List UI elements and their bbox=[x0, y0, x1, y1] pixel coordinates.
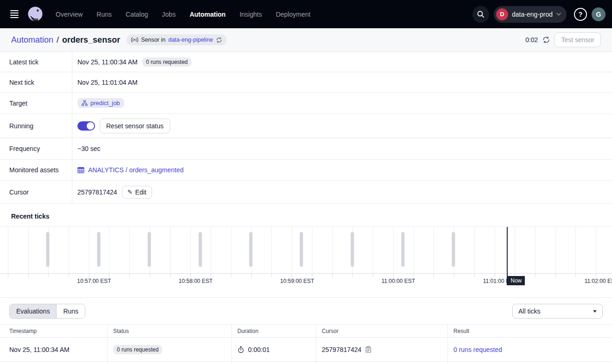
detail-row-latest-tick: Latest tick Nov 25, 11:00:34 AM 0 runs r… bbox=[0, 52, 612, 72]
job-icon bbox=[82, 100, 88, 106]
sensor-tick-bar[interactable] bbox=[46, 232, 50, 267]
col-header-timestamp: Timestamp bbox=[0, 325, 108, 337]
timeline-gridline bbox=[129, 227, 130, 273]
cursor-value: 25797817424 bbox=[77, 188, 117, 196]
sensor-badge-prefix: Sensor in bbox=[141, 37, 166, 43]
pencil-icon: ✎ bbox=[128, 188, 133, 195]
code-location-link[interactable]: data-eng-pipeline bbox=[168, 37, 213, 43]
timeline-gridline bbox=[8, 227, 8, 273]
tab-evaluations[interactable]: Evaluations bbox=[10, 304, 57, 318]
timeline-gridline bbox=[535, 227, 536, 273]
edit-cursor-button[interactable]: ✎ Edit bbox=[122, 186, 152, 199]
recent-ticks-timeline[interactable]: 10:57:00 EST10:58:00 EST10:59:00 EST11:0… bbox=[0, 226, 612, 287]
detail-row-target: Target predict_job bbox=[0, 93, 612, 114]
timeline-axis-label: 10:58:00 EST bbox=[178, 278, 212, 284]
help-button[interactable]: ? bbox=[574, 8, 587, 21]
reload-location-icon[interactable] bbox=[216, 37, 222, 43]
timeline-axis-label: 11:00:00 EST bbox=[382, 278, 415, 284]
timeline-axis-tick bbox=[596, 274, 596, 277]
timeline-axis-tick bbox=[434, 274, 434, 277]
breadcrumb: Automation / orders_sensor bbox=[11, 35, 120, 45]
timeline-gridline bbox=[292, 227, 292, 273]
nav-item-overview[interactable]: Overview bbox=[56, 11, 83, 18]
timeline-gridline bbox=[555, 227, 556, 273]
timeline-axis-tick bbox=[8, 274, 8, 277]
timeline-axis-tick bbox=[555, 274, 556, 277]
running-toggle[interactable] bbox=[77, 121, 95, 131]
sensor-tick-bar[interactable] bbox=[148, 232, 151, 267]
sensor-tick-bar[interactable] bbox=[300, 232, 303, 267]
nav-item-jobs[interactable]: Jobs bbox=[162, 11, 176, 18]
breadcrumb-automation-link[interactable]: Automation bbox=[11, 35, 53, 45]
next-tick-label: Next tick bbox=[0, 72, 72, 92]
copy-clipboard-icon[interactable] bbox=[365, 346, 371, 353]
timeline-gridline bbox=[332, 227, 333, 273]
table-row: Nov 25, 11:00:34 AM 0 runs requested 0:0… bbox=[0, 338, 612, 362]
col-header-duration: Duration bbox=[232, 325, 316, 337]
timeline-gridline bbox=[575, 227, 576, 273]
target-job-pill[interactable]: predict_job bbox=[77, 98, 124, 108]
dagster-logo-icon[interactable] bbox=[26, 5, 45, 24]
tick-filter-value: All ticks bbox=[518, 308, 540, 315]
timeline-gridline bbox=[515, 227, 515, 273]
user-avatar[interactable]: G bbox=[592, 7, 606, 21]
refresh-icon[interactable] bbox=[542, 36, 550, 44]
monitored-asset-link[interactable]: ANALYTICS / orders_augmented bbox=[77, 166, 184, 174]
timeline-gridline bbox=[474, 227, 475, 273]
sensor-tick-bar[interactable] bbox=[452, 232, 455, 267]
timeline-axis-tick bbox=[109, 274, 109, 277]
sensor-tick-bar[interactable] bbox=[97, 232, 100, 267]
reset-sensor-status-button[interactable]: Reset sensor status bbox=[100, 119, 170, 133]
tab-runs[interactable]: Runs bbox=[57, 304, 85, 318]
timeline-gridline bbox=[89, 227, 89, 273]
sensor-tick-bar[interactable] bbox=[401, 232, 404, 267]
timeline-axis-tick bbox=[89, 274, 89, 277]
detail-row-next-tick: Next tick Nov 25, 11:01:04 AM bbox=[0, 72, 612, 93]
target-job-link[interactable]: predict_job bbox=[90, 100, 120, 107]
timeline-axis-label: 10:59:00 EST bbox=[280, 278, 314, 284]
monitored-assets-label: Monitored assets bbox=[0, 160, 72, 180]
sensor-tick-bar[interactable] bbox=[198, 232, 202, 267]
timeline-axis-tick bbox=[129, 274, 130, 277]
recent-ticks-title: Recent ticks bbox=[0, 204, 612, 226]
sensor-signal-icon bbox=[131, 37, 138, 43]
sensor-tick-bar[interactable] bbox=[351, 232, 354, 267]
nav-item-deployment[interactable]: Deployment bbox=[276, 11, 311, 18]
test-sensor-button[interactable]: Test sensor bbox=[555, 32, 601, 47]
deployment-name: data-eng-prod bbox=[512, 11, 553, 18]
timeline-gridline bbox=[434, 227, 434, 273]
nav-item-insights[interactable]: Insights bbox=[240, 11, 262, 18]
timeline-gridline bbox=[28, 227, 29, 273]
latest-tick-status-badge: 0 runs requested bbox=[142, 57, 191, 67]
row-timestamp: Nov 25, 11:00:34 AM bbox=[9, 346, 70, 353]
evaluations-section: Evaluations Runs All ticks Timestamp Sta… bbox=[0, 297, 612, 364]
edit-button-label: Edit bbox=[135, 188, 147, 196]
next-tick-value: Nov 25, 11:01:04 AM bbox=[77, 79, 138, 86]
frequency-label: Frequency bbox=[0, 138, 72, 159]
hamburger-menu-icon[interactable] bbox=[6, 6, 24, 23]
timeline-gridline bbox=[69, 227, 69, 273]
timeline-axis-tick bbox=[352, 274, 353, 277]
timeline-axis-tick bbox=[28, 274, 29, 277]
timeline-gridline bbox=[312, 227, 312, 273]
primary-nav: Overview Runs Catalog Jobs Automation In… bbox=[56, 11, 311, 18]
monitored-asset-path: ANALYTICS / orders_augmented bbox=[88, 166, 184, 174]
nav-item-automation[interactable]: Automation bbox=[190, 11, 226, 18]
chevron-down-icon bbox=[556, 13, 561, 16]
timeline-gridline bbox=[414, 227, 414, 273]
view-tabs: Evaluations Runs bbox=[9, 304, 85, 319]
latest-tick-label: Latest tick bbox=[0, 52, 72, 72]
caret-down-icon bbox=[593, 310, 597, 313]
row-result-link[interactable]: 0 runs requested bbox=[453, 346, 502, 353]
row-status-badge: 0 runs requested bbox=[113, 345, 162, 354]
deployment-switcher[interactable]: D data-eng-prod bbox=[494, 6, 567, 23]
tick-filter-select[interactable]: All ticks bbox=[512, 304, 603, 319]
nav-item-runs[interactable]: Runs bbox=[96, 11, 112, 18]
breadcrumb-separator: / bbox=[57, 35, 59, 45]
frequency-value: ~30 sec bbox=[77, 145, 100, 152]
col-header-status: Status bbox=[108, 325, 232, 337]
sensor-type-badge: Sensor in data-eng-pipeline bbox=[127, 34, 226, 45]
search-button[interactable] bbox=[472, 6, 489, 23]
nav-item-catalog[interactable]: Catalog bbox=[126, 11, 148, 18]
sensor-tick-bar[interactable] bbox=[249, 232, 252, 267]
